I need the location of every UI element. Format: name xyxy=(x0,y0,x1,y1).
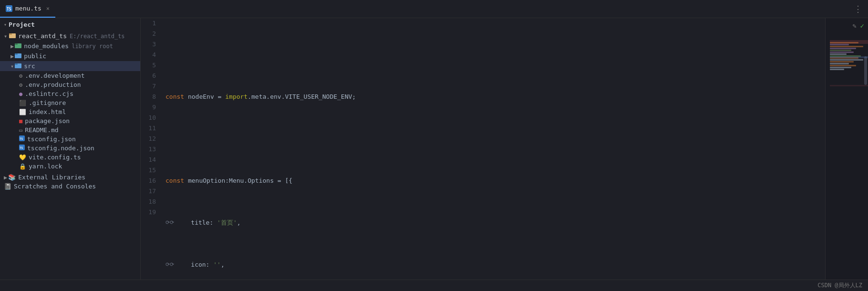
src-label: src xyxy=(24,62,35,70)
minimap-check-icon: ✓ xyxy=(860,22,864,30)
code-line-6: ⟳⟳ icon: '', xyxy=(165,260,825,270)
sidebar-item-yarn-lock[interactable]: 🔒 yarn.lock xyxy=(0,162,140,171)
code-line-2: const nodeEnv = import.meta.env.VITE_USE… xyxy=(165,92,825,102)
sidebar-item-readme[interactable]: ▭ README.md xyxy=(0,125,140,135)
public-label: public xyxy=(24,52,46,60)
tsconfig-node-icon: TS xyxy=(19,145,25,152)
code-content[interactable]: const nodeEnv = import.meta.env.VITE_USE… xyxy=(162,18,825,280)
line-numbers: 1 2 3 4 5 6 7 8 9 10 11 12 13 14 15 16 1… xyxy=(141,18,162,280)
svg-rect-3 xyxy=(9,33,12,35)
public-chevron: ▶ xyxy=(10,53,14,60)
yarn-lock-label: yarn.lock xyxy=(29,163,62,170)
tsconfig-node-label: tsconfig.node.json xyxy=(27,145,94,152)
svg-text:TS: TS xyxy=(7,7,11,11)
project-chevron: ▾ xyxy=(4,22,7,27)
vite-config-label: vite.config.ts xyxy=(29,154,81,161)
readme-label: README.md xyxy=(25,126,58,134)
ext-lib-icon: 📚 xyxy=(8,174,16,181)
package-json-label: package.json xyxy=(25,117,70,125)
tsconfig-icon: TS xyxy=(19,135,25,143)
readme-icon: ▭ xyxy=(19,127,22,134)
status-bar: CSDN @局外人LZ xyxy=(0,280,868,291)
minimap-highlight-2 xyxy=(830,56,868,58)
node-modules-chevron: ▶ xyxy=(10,43,14,50)
minimap: ✎ ✓ xyxy=(825,18,868,280)
sidebar-item-scratches[interactable]: 📓 Scratches and Consoles xyxy=(0,182,140,191)
root-path: E:/react_antd_ts xyxy=(70,33,125,40)
sidebar-item-tsconfig[interactable]: TS tsconfig.json xyxy=(0,135,140,144)
gitignore-icon: ⬛ xyxy=(19,100,26,106)
sidebar-item-eslintrc[interactable]: ● .eslintrc.cjs xyxy=(0,89,140,98)
sidebar-item-public[interactable]: ▶ public xyxy=(0,51,140,61)
sidebar-item-env-prod[interactable]: ⚙ .env.production xyxy=(0,80,140,89)
gitignore-label: .gitignore xyxy=(29,99,66,106)
node-modules-label: node_modules xyxy=(24,42,69,50)
code-editor[interactable]: 1 2 3 4 5 6 7 8 9 10 11 12 13 14 15 16 1… xyxy=(141,18,868,280)
svg-rect-5 xyxy=(15,43,18,45)
tab-label: menu.ts xyxy=(15,5,41,12)
svg-text:TS: TS xyxy=(20,137,23,140)
svg-text:TS: TS xyxy=(20,146,23,149)
sidebar-item-package-json[interactable]: ■ package.json xyxy=(0,116,140,125)
env-prod-icon: ⚙ xyxy=(19,82,22,88)
root-folder-icon xyxy=(9,32,16,40)
sidebar-item-node-modules[interactable]: ▶ node_modules library root xyxy=(0,41,140,51)
tsconfig-label: tsconfig.json xyxy=(27,135,76,143)
sidebar-item-index-html[interactable]: ⬜ index.html xyxy=(0,107,140,116)
minimap-highlight-1 xyxy=(830,40,868,44)
root-label: react_antd_ts xyxy=(18,32,67,40)
eslint-icon: ● xyxy=(19,91,22,97)
sidebar-item-gitignore[interactable]: ⬛ .gitignore xyxy=(0,98,140,107)
sidebar-item-external-libraries[interactable]: ▶ 📚 External Libraries xyxy=(0,173,140,182)
tab-menu-ts[interactable]: TS menu.ts × xyxy=(0,0,55,18)
ext-lib-label: External Libraries xyxy=(18,174,85,181)
eslintrc-label: .eslintrc.cjs xyxy=(25,90,73,97)
node-modules-icon xyxy=(15,42,21,50)
index-html-label: index.html xyxy=(29,108,66,115)
html-icon: ⬜ xyxy=(19,109,26,115)
package-json-icon: ■ xyxy=(19,118,22,125)
vite-icon: 💛 xyxy=(19,154,26,161)
scratches-label: Scratches and Consoles xyxy=(14,183,96,190)
main-layout: ▾ Project ▾ react_antd_ts E:/react_antd_… xyxy=(0,18,868,280)
tab-bar: TS menu.ts × ⋮ xyxy=(0,0,868,18)
sidebar: ▾ Project ▾ react_antd_ts E:/react_antd_… xyxy=(0,18,141,280)
sidebar-item-root[interactable]: ▾ react_antd_ts E:/react_antd_ts xyxy=(0,31,140,41)
sidebar-item-tsconfig-node[interactable]: TS tsconfig.node.json xyxy=(0,144,140,153)
public-folder-icon xyxy=(15,52,21,60)
ref-icon-5: ⟳⟳ xyxy=(165,218,174,228)
code-line-1 xyxy=(165,50,825,60)
svg-rect-9 xyxy=(15,63,18,65)
project-title: Project xyxy=(9,21,35,28)
minimap-highlight-3 xyxy=(830,85,868,86)
src-folder-icon xyxy=(15,62,21,70)
env-dev-label: .env.development xyxy=(25,72,84,79)
root-chevron-icon: ▾ xyxy=(4,33,7,40)
minimap-preview xyxy=(830,42,868,90)
scratches-icon: 📓 xyxy=(4,183,11,190)
ext-lib-chevron: ▶ xyxy=(4,174,7,181)
project-header[interactable]: ▾ Project xyxy=(0,18,140,31)
tab-close-button[interactable]: × xyxy=(46,5,50,12)
tab-bar-more-button[interactable]: ⋮ xyxy=(854,0,868,18)
code-line-4: const menuOption:Menu.Options = [{ xyxy=(165,176,825,186)
csdn-label: CSDN @局外人LZ xyxy=(817,281,862,290)
sidebar-item-env-dev[interactable]: ⚙ .env.development xyxy=(0,71,140,80)
sidebar-item-src[interactable]: ▾ src xyxy=(0,61,140,71)
minimap-edit-icon[interactable]: ✎ xyxy=(852,22,856,30)
minimap-actions: ✎ ✓ xyxy=(852,22,864,30)
node-modules-sublabel: library root xyxy=(72,43,113,50)
sidebar-item-vite-config[interactable]: 💛 vite.config.ts xyxy=(0,153,140,162)
ts-file-icon: TS xyxy=(6,5,12,12)
src-chevron: ▾ xyxy=(10,63,14,70)
ref-icon-6: ⟳⟳ xyxy=(165,260,174,270)
yarn-lock-icon: 🔒 xyxy=(19,163,26,170)
code-line-3 xyxy=(165,134,825,144)
env-prod-label: .env.production xyxy=(25,81,81,88)
env-dev-icon: ⚙ xyxy=(19,73,22,79)
svg-rect-7 xyxy=(15,53,18,55)
minimap-scrollbar[interactable] xyxy=(864,56,867,85)
code-line-5: ⟳⟳ title: '首页', xyxy=(165,218,825,228)
